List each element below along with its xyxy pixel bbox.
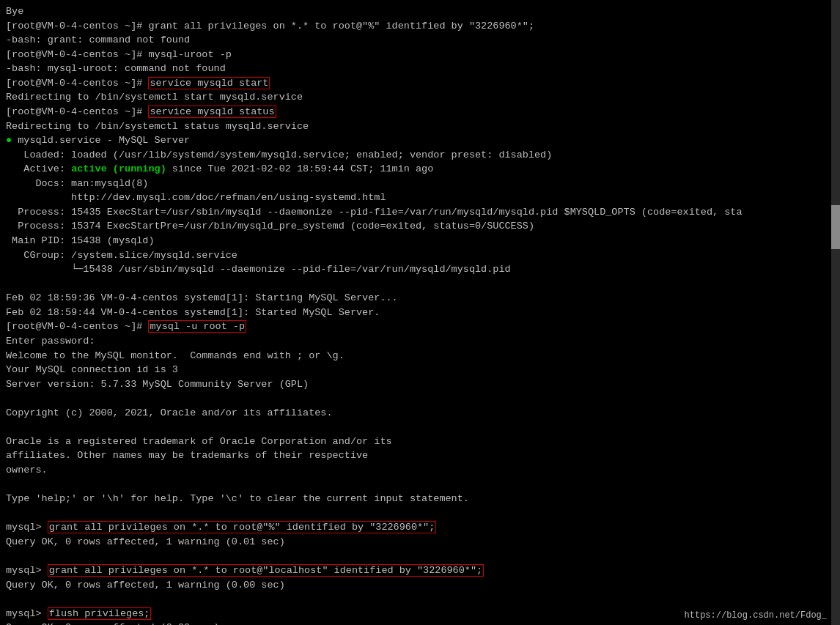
line-copyright: Copyright (c) 2000, 2021, Oracle and/or … [6, 406, 834, 421]
command-service-start: service mysqld start [148, 77, 270, 89]
active-status: active (running) [71, 163, 166, 174]
line-mysql-login: [root@VM-0-4-centos ~]# mysql -u root -p [6, 319, 834, 334]
line-grant-error: -bash: grant: command not found [6, 33, 834, 48]
line-service-status: [root@VM-0-4-centos ~]# service mysqld s… [6, 105, 834, 119]
line-server-version: Server version: 5.7.33 MySQL Community S… [6, 377, 834, 392]
terminal: Bye [root@VM-0-4-centos ~]# grant all pr… [0, 0, 840, 625]
line-mysql-grant2: mysql> grant all privileges on *.* to ro… [6, 563, 834, 578]
line-mysql-grant1: mysql> grant all privileges on *.* to ro… [6, 520, 834, 535]
line-mysql-uroot: [root@VM-0-4-centos ~]# mysql-uroot -p [6, 48, 834, 62]
line-service-start: [root@VM-0-4-centos ~]# service mysqld s… [6, 76, 834, 91]
line-feb1: Feb 02 18:59:36 VM-0-4-centos systemd[1]… [6, 291, 834, 306]
line-enter-password: Enter password: [6, 334, 834, 349]
line-query-ok2: Query OK, 0 rows affected, 1 warning (0.… [6, 578, 834, 593]
scrollbar-thumb[interactable] [831, 205, 840, 249]
line-process1: Process: 15435 ExecStart=/usr/sbin/mysql… [6, 205, 834, 220]
line-oracle3: owners. [6, 463, 834, 478]
line-bye: Bye [6, 4, 834, 19]
line-blank3 [6, 420, 834, 434]
line-process2: Process: 15374 ExecStartPre=/usr/bin/mys… [6, 219, 834, 234]
line-blank2 [6, 391, 834, 406]
line-oracle2: affiliates. Other names may be trademark… [6, 448, 834, 463]
line-connection-id: Your MySQL connection id is 3 [6, 363, 834, 377]
line-oracle1: Oracle is a registered trademark of Orac… [6, 434, 834, 449]
command-grant-percent: grant all privileges on *.* to root@"%" … [48, 521, 437, 533]
line-active: Active: active (running) since Tue 2021-… [6, 162, 834, 177]
line-query-ok3: Query OK, 0 rows affected (0.00 sec) [6, 621, 834, 625]
line-blank5 [6, 506, 834, 521]
line-docs-url: http://dev.mysql.com/doc/refman/en/using… [6, 191, 834, 205]
line-type-help: Type 'help;' or '\h' for help. Type '\c'… [6, 492, 834, 506]
line-docs: Docs: man:mysqld(8) [6, 177, 834, 191]
line-feb2: Feb 02 18:59:44 VM-0-4-centos systemd[1]… [6, 306, 834, 320]
line-blank7 [6, 592, 834, 607]
line-mysqld-service: ● mysqld.service - MySQL Server [6, 133, 834, 148]
command-service-status: service mysqld status [148, 106, 276, 118]
line-redirect-start: Redirecting to /bin/systemctl start mysq… [6, 90, 834, 105]
scrollbar[interactable] [831, 0, 840, 625]
line-cgroup-pid: └─15438 /usr/sbin/mysqld --daemonize --p… [6, 262, 834, 277]
watermark: https://blog.csdn.net/Fdog_ [685, 610, 827, 621]
line-blank1 [6, 277, 834, 292]
line-mysql-uroot-error: -bash: mysql-uroot: command not found [6, 62, 834, 76]
line-query-ok1: Query OK, 0 rows affected, 1 warning (0.… [6, 535, 834, 550]
command-grant-localhost: grant all privileges on *.* to root@"loc… [48, 564, 484, 577]
line-redirect-status: Redirecting to /bin/systemctl status mys… [6, 119, 834, 134]
line-loaded: Loaded: loaded (/usr/lib/systemd/system/… [6, 148, 834, 163]
command-flush: flush privileges; [48, 607, 152, 620]
line-mainpid: Main PID: 15438 (mysqld) [6, 234, 834, 248]
line-welcome: Welcome to the MySQL monitor. Commands e… [6, 349, 834, 363]
line-blank4 [6, 478, 834, 492]
command-mysql-login: mysql -u root -p [148, 320, 246, 333]
line-grant-bash: [root@VM-0-4-centos ~]# grant all privil… [6, 19, 834, 34]
line-cgroup: CGroup: /system.slice/mysqld.service [6, 248, 834, 263]
line-blank6 [6, 549, 834, 563]
